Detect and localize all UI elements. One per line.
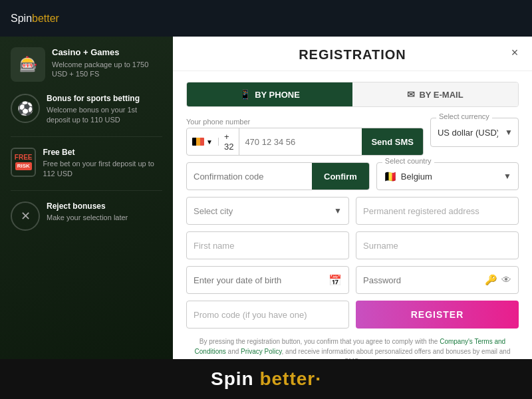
belgium-flag-icon (192, 138, 204, 146)
address-field[interactable] (356, 197, 519, 225)
bonus-reject-content: Reject bonuses Make your selection later (47, 201, 128, 223)
logo-spin-text: pin (224, 368, 254, 389)
modal-header: REGISTRATION × (173, 37, 532, 71)
register-col: REGISTER (356, 301, 519, 329)
country-name: Belgium (401, 172, 503, 182)
tab-phone[interactable]: 📱 BY PHONE (187, 82, 352, 106)
logo-dot: · (315, 368, 321, 389)
phone-code: + 32 (219, 128, 239, 155)
chevron-down-icon: ▼ (503, 172, 511, 181)
disclaimer-suffix: , and receive information about personal… (282, 348, 511, 359)
registration-tabs: 📱 BY PHONE ✉ BY E-MAIL (186, 82, 519, 107)
country-group[interactable]: Select country 🇧🇪 Belgium ▼ (376, 162, 519, 190)
email-icon: ✉ (407, 89, 415, 100)
key-icon: 🔑 (485, 274, 497, 286)
phone-label: Your phone number (186, 118, 424, 126)
left-panel: 🎰 Casino + Games Welcome package up to 1… (0, 37, 173, 359)
firstname-col (186, 231, 349, 259)
firstname-field[interactable] (186, 231, 349, 259)
currency-group[interactable]: Select currency US dollar (USD) Euro (EU… (430, 118, 519, 147)
disclaimer-prefix: By pressing the registration button, you… (200, 338, 440, 345)
confirmation-code-input[interactable] (187, 172, 312, 182)
country-flag-icon: 🇧🇪 (384, 170, 397, 183)
surname-col (356, 231, 519, 259)
row-dob-password: 📅 🔑 👁 (186, 266, 519, 294)
registration-modal: REGISTRATION × 📱 BY PHONE ✉ BY E-MAIL Yo… (173, 37, 532, 359)
firstname-input[interactable] (194, 241, 342, 251)
password-col: 🔑 👁 (356, 266, 519, 294)
close-button[interactable]: × (507, 45, 523, 61)
surname-input[interactable] (363, 241, 511, 251)
casino-title: Casino + Games (52, 47, 162, 59)
bonus-freebet-desc: Free bet on your first deposit up to 112… (43, 159, 162, 180)
modal-title: REGISTRATION (299, 47, 406, 63)
tab-email-label: BY E-MAIL (419, 90, 463, 100)
top-bar: Spin better (0, 0, 532, 37)
currency-col: Select currency US dollar (USD) Euro (EU… (430, 118, 519, 156)
phone-icon: 📱 (239, 89, 251, 100)
privacy-link[interactable]: Privacy Policy (241, 348, 282, 355)
confirm-group: Confirm (186, 162, 370, 190)
address-input[interactable] (363, 206, 511, 216)
surname-field[interactable] (356, 231, 519, 259)
logo-better-text: better (259, 368, 315, 389)
reject-icon: ✕ (11, 201, 40, 231)
modal-body: 📱 BY PHONE ✉ BY E-MAIL Your phone number… (173, 71, 532, 359)
send-sms-button[interactable]: Send SMS (362, 128, 423, 155)
address-col (356, 197, 519, 225)
bonus-sports-content: Bonus for sports betting Welcome bonus o… (47, 94, 162, 126)
phone-group: ▼ + 32 Send SMS (186, 128, 424, 156)
dob-input[interactable] (194, 275, 329, 285)
tab-phone-label: BY PHONE (255, 90, 300, 100)
row-city-address: Select city ▼ (186, 197, 519, 225)
freebet-icon: FREE RISK (11, 148, 36, 177)
bonus-freebet: FREE RISK Free Bet Free bet on your firs… (11, 148, 162, 191)
phone-col: Your phone number ▼ + 32 Send SMS (186, 118, 424, 156)
bonus-reject[interactable]: ✕ Reject bonuses Make your selection lat… (11, 201, 162, 241)
logo-spin: Spin (11, 13, 32, 25)
logo-better: better (32, 13, 59, 25)
eye-slash-icon[interactable]: 👁 (501, 274, 511, 286)
promo-field[interactable] (186, 301, 349, 329)
bonus-reject-desc: Make your selection later (47, 213, 128, 223)
dob-field[interactable]: 📅 (186, 266, 349, 294)
bonus-sports: ⚽ Bonus for sports betting Welcome bonus… (11, 94, 162, 137)
bonus-sports-title: Bonus for sports betting (47, 94, 162, 103)
bonus-sports-desc: Welcome bonus on your 1st deposit up to … (47, 105, 162, 126)
city-col: Select city ▼ (186, 197, 349, 225)
password-icons: 🔑 👁 (485, 274, 511, 286)
bonus-freebet-content: Free Bet Free bet on your first deposit … (43, 148, 162, 180)
casino-subtitle: Welcome package up to 1750 USD + 150 FS (52, 60, 162, 79)
confirm-col: Confirm (186, 162, 370, 190)
casino-icon: 🎰 (11, 47, 45, 82)
password-field[interactable]: 🔑 👁 (356, 266, 519, 294)
casino-header: 🎰 Casino + Games Welcome package up to 1… (11, 47, 162, 82)
dob-col: 📅 (186, 266, 349, 294)
row-phone-currency: Your phone number ▼ + 32 Send SMS Select… (186, 118, 519, 156)
disclaimer: By pressing the registration button, you… (186, 336, 519, 359)
calendar-icon: 📅 (329, 274, 342, 287)
password-input[interactable] (363, 275, 485, 285)
currency-select[interactable]: US dollar (USD) Euro (EUR) British Pound… (431, 118, 518, 146)
phone-flag[interactable]: ▼ (187, 138, 219, 146)
country-label: Select country (382, 157, 434, 165)
chevron-down-icon: ▼ (206, 138, 213, 146)
currency-label: Select currency (436, 112, 492, 120)
disclaimer-middle: and (226, 348, 241, 355)
bonus-reject-title: Reject bonuses (47, 201, 128, 211)
row-promo-register: REGISTER (186, 301, 519, 329)
city-select-field[interactable]: Select city ▼ (186, 197, 349, 225)
confirm-button[interactable]: Confirm (312, 163, 369, 190)
row-names (186, 231, 519, 259)
country-col: Select country 🇧🇪 Belgium ▼ (376, 162, 519, 190)
sports-icon: ⚽ (11, 94, 40, 123)
tab-email[interactable]: ✉ BY E-MAIL (352, 82, 518, 106)
register-button[interactable]: REGISTER (356, 301, 519, 329)
bottom-logo-text: Spin better· (211, 368, 321, 390)
bottom-logo: Spin better· (0, 359, 532, 399)
phone-input[interactable] (239, 137, 362, 147)
bonus-freebet-title: Free Bet (43, 148, 162, 157)
logo-s-icon: S (211, 368, 224, 389)
promo-input[interactable] (194, 310, 342, 320)
promo-col (186, 301, 349, 329)
